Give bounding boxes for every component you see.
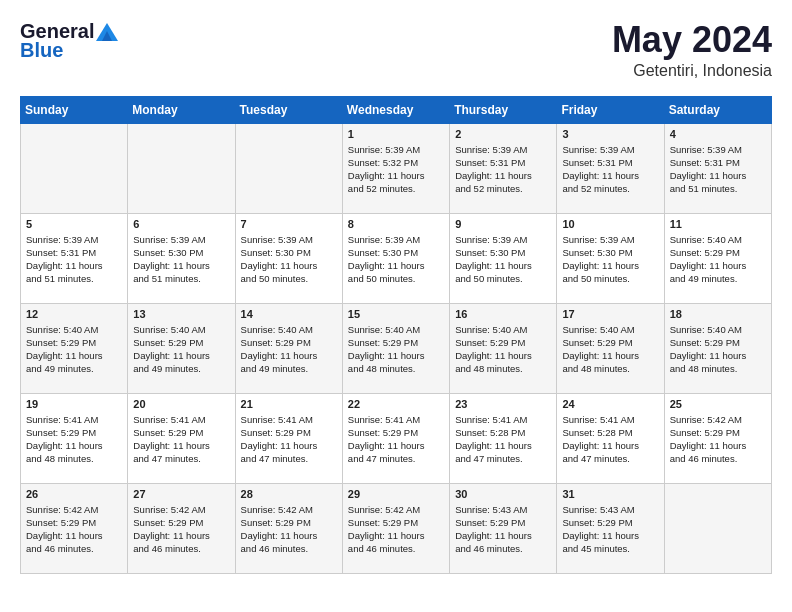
day-info: Sunrise: 5:39 AM Sunset: 5:31 PM Dayligh… <box>26 233 122 286</box>
calendar-cell: 17Sunrise: 5:40 AM Sunset: 5:29 PM Dayli… <box>557 303 664 393</box>
day-info: Sunrise: 5:39 AM Sunset: 5:30 PM Dayligh… <box>133 233 229 286</box>
calendar-cell: 27Sunrise: 5:42 AM Sunset: 5:29 PM Dayli… <box>128 483 235 573</box>
day-number: 14 <box>241 308 337 320</box>
calendar-cell: 4Sunrise: 5:39 AM Sunset: 5:31 PM Daylig… <box>664 123 771 213</box>
calendar-week-5: 26Sunrise: 5:42 AM Sunset: 5:29 PM Dayli… <box>21 483 772 573</box>
day-info: Sunrise: 5:41 AM Sunset: 5:29 PM Dayligh… <box>348 413 444 466</box>
day-number: 24 <box>562 398 658 410</box>
weekday-header-saturday: Saturday <box>664 96 771 123</box>
day-number: 1 <box>348 128 444 140</box>
calendar-cell: 8Sunrise: 5:39 AM Sunset: 5:30 PM Daylig… <box>342 213 449 303</box>
day-info: Sunrise: 5:40 AM Sunset: 5:29 PM Dayligh… <box>241 323 337 376</box>
calendar-week-4: 19Sunrise: 5:41 AM Sunset: 5:29 PM Dayli… <box>21 393 772 483</box>
day-info: Sunrise: 5:42 AM Sunset: 5:29 PM Dayligh… <box>241 503 337 556</box>
weekday-header-monday: Monday <box>128 96 235 123</box>
location-title: Getentiri, Indonesia <box>612 62 772 80</box>
day-number: 23 <box>455 398 551 410</box>
day-number: 5 <box>26 218 122 230</box>
weekday-header-wednesday: Wednesday <box>342 96 449 123</box>
day-info: Sunrise: 5:39 AM Sunset: 5:30 PM Dayligh… <box>348 233 444 286</box>
day-number: 3 <box>562 128 658 140</box>
day-info: Sunrise: 5:41 AM Sunset: 5:29 PM Dayligh… <box>241 413 337 466</box>
calendar-cell: 29Sunrise: 5:42 AM Sunset: 5:29 PM Dayli… <box>342 483 449 573</box>
title-block: May 2024 Getentiri, Indonesia <box>612 20 772 80</box>
calendar-cell: 1Sunrise: 5:39 AM Sunset: 5:32 PM Daylig… <box>342 123 449 213</box>
day-info: Sunrise: 5:39 AM Sunset: 5:32 PM Dayligh… <box>348 143 444 196</box>
calendar-cell <box>235 123 342 213</box>
day-number: 19 <box>26 398 122 410</box>
calendar-cell: 23Sunrise: 5:41 AM Sunset: 5:28 PM Dayli… <box>450 393 557 483</box>
calendar-cell: 21Sunrise: 5:41 AM Sunset: 5:29 PM Dayli… <box>235 393 342 483</box>
calendar-cell: 14Sunrise: 5:40 AM Sunset: 5:29 PM Dayli… <box>235 303 342 393</box>
calendar-cell: 6Sunrise: 5:39 AM Sunset: 5:30 PM Daylig… <box>128 213 235 303</box>
day-number: 12 <box>26 308 122 320</box>
calendar-cell <box>128 123 235 213</box>
logo: General Blue <box>20 20 118 62</box>
calendar-cell: 15Sunrise: 5:40 AM Sunset: 5:29 PM Dayli… <box>342 303 449 393</box>
day-info: Sunrise: 5:41 AM Sunset: 5:28 PM Dayligh… <box>455 413 551 466</box>
day-number: 15 <box>348 308 444 320</box>
calendar-week-1: 1Sunrise: 5:39 AM Sunset: 5:32 PM Daylig… <box>21 123 772 213</box>
day-info: Sunrise: 5:40 AM Sunset: 5:29 PM Dayligh… <box>455 323 551 376</box>
calendar-cell: 19Sunrise: 5:41 AM Sunset: 5:29 PM Dayli… <box>21 393 128 483</box>
calendar-week-2: 5Sunrise: 5:39 AM Sunset: 5:31 PM Daylig… <box>21 213 772 303</box>
day-info: Sunrise: 5:40 AM Sunset: 5:29 PM Dayligh… <box>133 323 229 376</box>
calendar-cell: 24Sunrise: 5:41 AM Sunset: 5:28 PM Dayli… <box>557 393 664 483</box>
calendar-cell: 22Sunrise: 5:41 AM Sunset: 5:29 PM Dayli… <box>342 393 449 483</box>
logo-icon <box>96 23 118 41</box>
day-info: Sunrise: 5:42 AM Sunset: 5:29 PM Dayligh… <box>133 503 229 556</box>
day-number: 27 <box>133 488 229 500</box>
calendar-cell: 26Sunrise: 5:42 AM Sunset: 5:29 PM Dayli… <box>21 483 128 573</box>
calendar-cell: 7Sunrise: 5:39 AM Sunset: 5:30 PM Daylig… <box>235 213 342 303</box>
day-number: 4 <box>670 128 766 140</box>
calendar-cell: 28Sunrise: 5:42 AM Sunset: 5:29 PM Dayli… <box>235 483 342 573</box>
calendar-cell: 3Sunrise: 5:39 AM Sunset: 5:31 PM Daylig… <box>557 123 664 213</box>
day-number: 16 <box>455 308 551 320</box>
day-info: Sunrise: 5:40 AM Sunset: 5:29 PM Dayligh… <box>562 323 658 376</box>
calendar-week-3: 12Sunrise: 5:40 AM Sunset: 5:29 PM Dayli… <box>21 303 772 393</box>
calendar-cell: 12Sunrise: 5:40 AM Sunset: 5:29 PM Dayli… <box>21 303 128 393</box>
calendar-cell: 20Sunrise: 5:41 AM Sunset: 5:29 PM Dayli… <box>128 393 235 483</box>
day-number: 25 <box>670 398 766 410</box>
day-number: 28 <box>241 488 337 500</box>
day-number: 9 <box>455 218 551 230</box>
day-number: 7 <box>241 218 337 230</box>
calendar-cell: 9Sunrise: 5:39 AM Sunset: 5:30 PM Daylig… <box>450 213 557 303</box>
day-number: 2 <box>455 128 551 140</box>
calendar-cell: 25Sunrise: 5:42 AM Sunset: 5:29 PM Dayli… <box>664 393 771 483</box>
day-number: 18 <box>670 308 766 320</box>
day-info: Sunrise: 5:42 AM Sunset: 5:29 PM Dayligh… <box>348 503 444 556</box>
weekday-header-row: SundayMondayTuesdayWednesdayThursdayFrid… <box>21 96 772 123</box>
day-info: Sunrise: 5:42 AM Sunset: 5:29 PM Dayligh… <box>670 413 766 466</box>
calendar-cell: 31Sunrise: 5:43 AM Sunset: 5:29 PM Dayli… <box>557 483 664 573</box>
day-info: Sunrise: 5:41 AM Sunset: 5:29 PM Dayligh… <box>26 413 122 466</box>
day-info: Sunrise: 5:39 AM Sunset: 5:30 PM Dayligh… <box>455 233 551 286</box>
day-number: 10 <box>562 218 658 230</box>
day-info: Sunrise: 5:42 AM Sunset: 5:29 PM Dayligh… <box>26 503 122 556</box>
day-number: 13 <box>133 308 229 320</box>
day-info: Sunrise: 5:40 AM Sunset: 5:29 PM Dayligh… <box>670 233 766 286</box>
day-number: 8 <box>348 218 444 230</box>
calendar-cell: 10Sunrise: 5:39 AM Sunset: 5:30 PM Dayli… <box>557 213 664 303</box>
day-info: Sunrise: 5:39 AM Sunset: 5:31 PM Dayligh… <box>562 143 658 196</box>
calendar-cell: 16Sunrise: 5:40 AM Sunset: 5:29 PM Dayli… <box>450 303 557 393</box>
day-number: 17 <box>562 308 658 320</box>
day-info: Sunrise: 5:39 AM Sunset: 5:31 PM Dayligh… <box>455 143 551 196</box>
weekday-header-friday: Friday <box>557 96 664 123</box>
day-number: 31 <box>562 488 658 500</box>
day-number: 6 <box>133 218 229 230</box>
day-number: 30 <box>455 488 551 500</box>
day-info: Sunrise: 5:39 AM Sunset: 5:31 PM Dayligh… <box>670 143 766 196</box>
day-info: Sunrise: 5:43 AM Sunset: 5:29 PM Dayligh… <box>562 503 658 556</box>
day-info: Sunrise: 5:40 AM Sunset: 5:29 PM Dayligh… <box>26 323 122 376</box>
day-info: Sunrise: 5:39 AM Sunset: 5:30 PM Dayligh… <box>241 233 337 286</box>
logo-blue-text: Blue <box>20 39 63 62</box>
calendar-cell: 11Sunrise: 5:40 AM Sunset: 5:29 PM Dayli… <box>664 213 771 303</box>
day-number: 22 <box>348 398 444 410</box>
day-number: 26 <box>26 488 122 500</box>
day-info: Sunrise: 5:41 AM Sunset: 5:28 PM Dayligh… <box>562 413 658 466</box>
day-number: 11 <box>670 218 766 230</box>
month-title: May 2024 <box>612 20 772 60</box>
weekday-header-tuesday: Tuesday <box>235 96 342 123</box>
day-info: Sunrise: 5:39 AM Sunset: 5:30 PM Dayligh… <box>562 233 658 286</box>
